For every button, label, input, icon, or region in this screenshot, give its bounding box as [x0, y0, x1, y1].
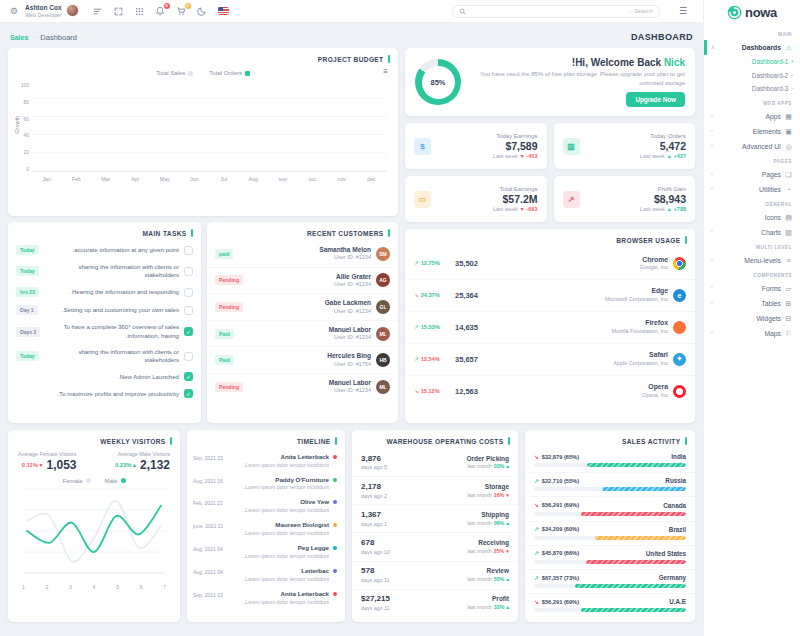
language-flag-icon[interactable]: [218, 6, 229, 17]
sidebar-item-label: Apps: [720, 113, 781, 120]
browser-names: ChromeGoogle, Inc: [640, 256, 668, 272]
sidebar-item-charts[interactable]: ‹Charts▧: [711, 225, 793, 240]
stat-card-today-orders: ▥Today Orders5,472Last week▴+427: [554, 123, 696, 169]
customer-row[interactable]: PendingManuel LaborUser ID: #1234ML: [207, 374, 398, 400]
chevron-left-icon: ‹: [711, 285, 717, 291]
female-visitors-label: Average Female Visitors: [18, 451, 77, 457]
tables-icon: ⊞: [784, 300, 793, 307]
sidebar-item-dashboard-2[interactable]: Dashboard-2•: [711, 69, 793, 83]
customer-info: Samantha MelonUser ID: #1234: [238, 246, 371, 262]
browser-pct: 12.75%: [421, 260, 440, 266]
sales-amount-text: $34,209 (60%): [542, 526, 579, 532]
x-tick-label: 7: [163, 584, 166, 590]
sidebar-item-menu-levels[interactable]: ‹Menu-levels≡: [711, 253, 793, 268]
customer-row[interactable]: PendingAllie GraterUser ID: #1234AG: [207, 268, 398, 295]
sidebar-item-advanced-ui[interactable]: ‹Advanced UI◎: [711, 139, 793, 154]
upgrade-now-button[interactable]: Upgrade Now: [626, 92, 685, 107]
y-tick-label: 20: [20, 149, 29, 155]
budget-ylabel: Growth: [14, 116, 20, 134]
task-checkbox[interactable]: [184, 267, 193, 276]
customer-info: Gabe LackmenUser ID: #1234: [248, 299, 371, 315]
task-checkbox[interactable]: ✓: [184, 372, 193, 381]
sales-country: India: [671, 453, 686, 460]
sidebar-item-widgets[interactable]: Widgets⊟: [711, 311, 793, 326]
customer-row[interactable]: PaidHercules BingUser ID: #1754HB: [207, 347, 398, 374]
task-text: .accurate information at any given point: [44, 246, 179, 254]
task-checkbox[interactable]: [184, 246, 193, 255]
payment-status-badge: Pending: [215, 275, 243, 285]
caret-up-icon: ∧: [711, 45, 717, 51]
caret-up-icon: ▴: [668, 206, 671, 212]
customer-row[interactable]: PaidManuel LaborUser ID: #1234ML: [207, 321, 398, 348]
browser-usage-title: BROWSER USAGE: [616, 237, 680, 244]
sidebar-item-label: Utilities: [720, 186, 781, 193]
sidebar-item-tables[interactable]: ‹Tables⊞: [711, 296, 793, 311]
browser-stats: ↘15.12%12,563: [414, 387, 478, 396]
legend-label: Male: [105, 478, 118, 484]
customer-avatar: GL: [376, 300, 390, 314]
apps-grid-icon[interactable]: [134, 6, 145, 17]
sales-amount-text: $22,710 (55%): [542, 478, 579, 484]
fullscreen-icon[interactable]: [113, 6, 124, 17]
sidebar-item-forms[interactable]: ‹Forms▱: [711, 281, 793, 296]
dark-mode-moon-icon[interactable]: [197, 6, 208, 17]
cart-badge: 0: [185, 3, 191, 9]
sidebar-item-utilities[interactable]: ‹Utilities◔: [711, 182, 793, 197]
user-avatar[interactable]: [66, 4, 79, 17]
task-checkbox[interactable]: [184, 352, 193, 361]
warehouse-pct: 25%: [494, 548, 505, 555]
warehouse-last-month: last month03%▴: [467, 463, 509, 470]
sidebar-item-label: Charts: [720, 229, 781, 236]
x-tick-label: 2: [46, 584, 49, 590]
sales-row-top: ↗$45,870 (66%)United States: [534, 550, 686, 557]
sidebar-item-label: Advanced UI: [720, 143, 781, 150]
task-checkbox[interactable]: ✓: [184, 389, 193, 398]
sidebar-item-elements[interactable]: ‹Elements▣: [711, 124, 793, 139]
chart-menu-icon[interactable]: ≡: [383, 68, 388, 76]
sidebar-item-maps[interactable]: ‹Maps⚐: [711, 326, 793, 341]
sidebar-item-icons[interactable]: Icons▤: [711, 210, 793, 225]
breadcrumb-section-link[interactable]: Sales: [10, 34, 28, 41]
customer-row[interactable]: paidSamantha MelonUser ID: #1234SM: [207, 241, 398, 268]
timeline-desc: . Lorem ipsum dolor tempor incididunt: [242, 507, 329, 514]
sidebar-item-apps[interactable]: ‹Apps▦: [711, 109, 793, 124]
notifications-bell-icon[interactable]: 5: [155, 6, 166, 17]
warehouse-list: 3,876days ago 5Order Pickinglast month03…: [352, 449, 518, 617]
stat-delta: +427: [674, 153, 686, 159]
task-checkbox[interactable]: [184, 306, 193, 315]
visitors-legend: FemaleMale: [8, 474, 180, 485]
topbar-menu-icon[interactable]: ☰: [679, 7, 687, 16]
browser-name: Safari: [649, 351, 668, 360]
task-badge: Day 1: [16, 305, 38, 315]
align-left-icon[interactable]: [92, 6, 103, 17]
search-input[interactable]: [470, 8, 653, 14]
timeline-name: Anita Letterback: [281, 453, 329, 461]
browser-value: 35,502: [455, 259, 478, 268]
settings-gear-icon[interactable]: ⚙: [10, 7, 18, 16]
task-checkbox[interactable]: [184, 288, 193, 297]
chrome-icon: [673, 257, 686, 270]
sales-progress-track: [534, 487, 686, 491]
budget-yaxis: 100806040200: [20, 82, 32, 172]
cart-icon[interactable]: 0: [176, 6, 187, 17]
card-title: WEEKLY VISITORS: [8, 430, 180, 449]
payment-status-badge: Paid: [215, 355, 234, 365]
trend-up-icon: ↗: [414, 260, 419, 266]
caret-down-icon: ▾: [521, 206, 524, 212]
search-box[interactable]: [452, 5, 660, 18]
task-checkbox[interactable]: ✓: [184, 327, 193, 336]
maps-icon: ⚐: [784, 330, 793, 337]
task-row: Today.accurate information at any given …: [8, 241, 201, 259]
sidebar-item-dashboards[interactable]: ∧Dashboards⌂: [711, 40, 793, 55]
logo[interactable]: nowa: [704, 0, 800, 25]
male-visitors-value: 2,132: [140, 458, 170, 472]
trend-up-icon: ↗: [414, 356, 419, 362]
sidebar-subitem-label: Dashboard-3: [752, 85, 788, 92]
visitors-x-axis: 1234567: [8, 583, 180, 594]
customer-row[interactable]: PendingGabe LackmenUser ID: #1234GL: [207, 294, 398, 321]
sidebar-item-pages[interactable]: ‹Pages❏: [711, 167, 793, 182]
sidebar-item-dashboard-1[interactable]: Dashboard-1•: [711, 55, 793, 69]
user-menu[interactable]: Ashton Cox Web Developer: [25, 4, 78, 18]
stat-value: 5,472: [660, 140, 686, 152]
sidebar-item-dashboard-3[interactable]: Dashboard-3•: [711, 82, 793, 96]
